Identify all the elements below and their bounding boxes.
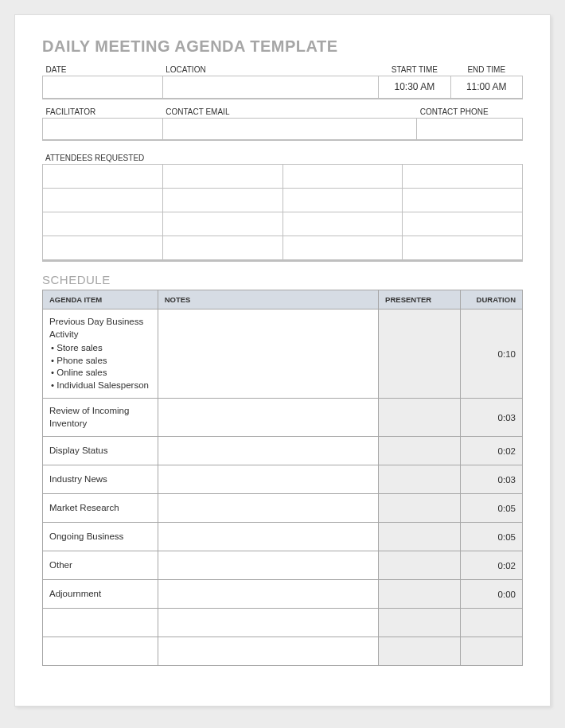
label-attendees: ATTENDEES REQUESTED bbox=[42, 147, 523, 164]
presenter-cell[interactable] bbox=[379, 637, 461, 666]
value-start-time[interactable]: 10:30 AM bbox=[379, 76, 450, 99]
schedule-row bbox=[43, 609, 523, 637]
value-contact-email[interactable] bbox=[162, 118, 417, 140]
attendee-cell[interactable] bbox=[162, 189, 282, 212]
schedule-table: AGENDA ITEM NOTES PRESENTER DURATION Pre… bbox=[42, 290, 523, 666]
schedule-row: Market Research0:05 bbox=[43, 494, 523, 523]
agenda-item-cell[interactable]: Ongoing Business bbox=[43, 523, 158, 551]
notes-cell[interactable] bbox=[158, 494, 378, 523]
agenda-item-text: Industry News bbox=[49, 474, 107, 484]
header-duration: DURATION bbox=[460, 290, 522, 309]
duration-cell[interactable]: 0:02 bbox=[460, 437, 522, 465]
notes-cell[interactable] bbox=[158, 437, 378, 465]
presenter-cell[interactable] bbox=[379, 523, 461, 551]
attendee-cell[interactable] bbox=[403, 236, 523, 260]
duration-cell[interactable] bbox=[460, 609, 522, 637]
notes-cell[interactable] bbox=[158, 551, 378, 580]
attendee-cell[interactable] bbox=[43, 212, 163, 236]
presenter-cell[interactable] bbox=[379, 580, 461, 609]
label-end-time: END TIME bbox=[450, 64, 522, 76]
value-contact-phone[interactable] bbox=[417, 118, 523, 140]
attendee-cell[interactable] bbox=[43, 165, 163, 189]
presenter-cell[interactable] bbox=[379, 609, 461, 637]
schedule-row: Review of Incoming Inventory0:03 bbox=[43, 399, 523, 437]
notes-cell[interactable] bbox=[158, 465, 378, 494]
value-end-time[interactable]: 11:00 AM bbox=[450, 76, 522, 99]
agenda-item-bullet: Store sales bbox=[51, 342, 151, 355]
attendee-cell[interactable] bbox=[403, 212, 523, 236]
agenda-item-cell[interactable] bbox=[43, 609, 158, 637]
presenter-cell[interactable] bbox=[379, 309, 461, 399]
presenter-cell[interactable] bbox=[379, 465, 461, 494]
duration-cell[interactable]: 0:00 bbox=[460, 580, 522, 609]
duration-cell[interactable]: 0:05 bbox=[460, 494, 522, 523]
duration-cell[interactable]: 0:03 bbox=[460, 465, 522, 494]
attendee-cell[interactable] bbox=[282, 212, 403, 236]
agenda-item-cell[interactable] bbox=[43, 637, 158, 666]
agenda-item-bullet: Online sales bbox=[51, 367, 151, 380]
schedule-row: Previous Day Business ActivityStore sale… bbox=[43, 309, 523, 399]
schedule-row: Adjournment0:00 bbox=[43, 580, 523, 609]
agenda-item-bullet: Phone sales bbox=[51, 355, 151, 368]
value-location[interactable] bbox=[162, 76, 378, 99]
agenda-item-cell[interactable]: Other bbox=[43, 551, 158, 580]
attendee-cell[interactable] bbox=[162, 236, 282, 260]
agenda-item-text: Display Status bbox=[49, 446, 108, 455]
attendee-cell[interactable] bbox=[282, 236, 403, 260]
schedule-row: Other0:02 bbox=[43, 551, 523, 580]
agenda-item-text: Adjournment bbox=[49, 589, 101, 598]
agenda-item-cell[interactable]: Previous Day Business ActivityStore sale… bbox=[43, 309, 158, 399]
agenda-item-bullets: Store salesPhone salesOnline salesIndivi… bbox=[49, 342, 151, 391]
contact-table: FACILITATOR CONTACT EMAIL CONTACT PHONE bbox=[42, 106, 523, 142]
header-presenter: PRESENTER bbox=[379, 290, 461, 309]
attendee-cell[interactable] bbox=[43, 236, 163, 260]
agenda-item-text: Review of Incoming Inventory bbox=[49, 406, 129, 428]
attendee-cell[interactable] bbox=[282, 189, 403, 212]
presenter-cell[interactable] bbox=[379, 399, 461, 437]
attendee-cell[interactable] bbox=[43, 189, 163, 212]
agenda-item-cell[interactable]: Adjournment bbox=[43, 580, 158, 609]
schedule-row bbox=[43, 637, 523, 666]
duration-cell[interactable]: 0:10 bbox=[460, 309, 522, 399]
agenda-item-bullet: Individual Salesperson bbox=[51, 380, 151, 392]
schedule-heading: SCHEDULE bbox=[42, 273, 523, 286]
label-start-time: START TIME bbox=[379, 64, 450, 76]
duration-cell[interactable]: 0:03 bbox=[460, 399, 522, 437]
notes-cell[interactable] bbox=[158, 609, 378, 637]
attendee-cell[interactable] bbox=[162, 165, 282, 189]
notes-cell[interactable] bbox=[158, 580, 378, 609]
label-location: LOCATION bbox=[162, 64, 378, 76]
schedule-row: Ongoing Business0:05 bbox=[43, 523, 523, 551]
notes-cell[interactable] bbox=[158, 399, 378, 437]
agenda-item-cell[interactable]: Review of Incoming Inventory bbox=[43, 399, 158, 437]
label-facilitator: FACILITATOR bbox=[43, 106, 163, 119]
schedule-row: Display Status0:02 bbox=[43, 437, 523, 465]
agenda-item-cell[interactable]: Industry News bbox=[43, 465, 158, 494]
value-facilitator[interactable] bbox=[43, 118, 163, 140]
presenter-cell[interactable] bbox=[379, 437, 461, 465]
notes-cell[interactable] bbox=[158, 309, 378, 399]
duration-cell[interactable]: 0:05 bbox=[460, 523, 522, 551]
notes-cell[interactable] bbox=[158, 637, 378, 666]
agenda-item-cell[interactable]: Market Research bbox=[43, 494, 158, 523]
page-title: DAILY MEETING AGENDA TEMPLATE bbox=[42, 37, 523, 56]
attendees-table bbox=[42, 164, 523, 260]
attendee-cell[interactable] bbox=[403, 165, 523, 189]
presenter-cell[interactable] bbox=[379, 551, 461, 580]
value-date[interactable] bbox=[43, 76, 163, 99]
meeting-time-table: DATE LOCATION START TIME END TIME 10:30 … bbox=[42, 64, 523, 99]
duration-cell[interactable]: 0:02 bbox=[460, 551, 522, 580]
attendee-cell[interactable] bbox=[403, 189, 523, 212]
attendee-cell[interactable] bbox=[282, 165, 403, 189]
agenda-item-text: Previous Day Business Activity bbox=[49, 317, 143, 339]
presenter-cell[interactable] bbox=[379, 494, 461, 523]
duration-cell[interactable] bbox=[460, 637, 522, 666]
header-notes: NOTES bbox=[158, 290, 378, 309]
agenda-item-cell[interactable]: Display Status bbox=[43, 437, 158, 465]
notes-cell[interactable] bbox=[158, 523, 378, 551]
attendee-cell[interactable] bbox=[162, 212, 282, 236]
header-agenda-item: AGENDA ITEM bbox=[43, 290, 158, 309]
document-page: DAILY MEETING AGENDA TEMPLATE DATE LOCAT… bbox=[14, 14, 551, 707]
label-contact-email: CONTACT EMAIL bbox=[162, 106, 417, 119]
label-date: DATE bbox=[43, 64, 163, 76]
